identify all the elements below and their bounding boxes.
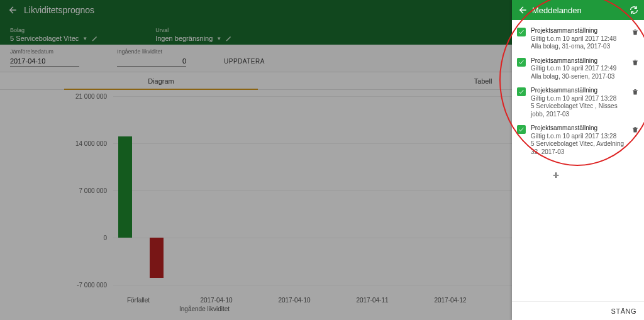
cursor-icon: ✛ (553, 171, 559, 180)
message-text: ProjektsammanställningGiltig t.o.m 10 ap… (531, 27, 629, 51)
message-item[interactable]: ProjektsammanställningGiltig t.o.m 10 ap… (514, 54, 641, 84)
message-text: ProjektsammanställningGiltig t.o.m 10 ap… (531, 57, 629, 81)
refresh-icon[interactable] (629, 5, 639, 15)
panel-back-icon[interactable] (517, 5, 527, 15)
message-item[interactable]: ProjektsammanställningGiltig t.o.m 10 ap… (514, 24, 641, 54)
trash-icon[interactable] (631, 88, 639, 96)
message-item[interactable]: ProjektsammanställningGiltig t.o.m 10 ap… (514, 121, 641, 159)
message-text: ProjektsammanställningGiltig t.o.m 10 ap… (531, 124, 629, 156)
checkbox-icon[interactable] (517, 125, 526, 134)
checkbox-icon[interactable] (517, 28, 526, 36)
panel-body: ProjektsammanställningGiltig t.o.m 10 ap… (512, 20, 644, 301)
message-item[interactable]: ProjektsammanställningGiltig t.o.m 10 ap… (514, 84, 641, 121)
panel-title: Meddelanden (532, 6, 582, 15)
trash-icon[interactable] (631, 28, 639, 36)
messages-panel: Meddelanden ProjektsammanställningGiltig… (512, 0, 644, 320)
panel-header: Meddelanden (512, 0, 644, 20)
checkbox-icon[interactable] (517, 58, 526, 67)
message-text: ProjektsammanställningGiltig t.o.m 10 ap… (531, 87, 629, 118)
close-button[interactable]: STÄNG (611, 307, 636, 315)
trash-icon[interactable] (631, 126, 639, 133)
checkbox-icon[interactable] (517, 87, 526, 96)
trash-icon[interactable] (631, 58, 639, 66)
